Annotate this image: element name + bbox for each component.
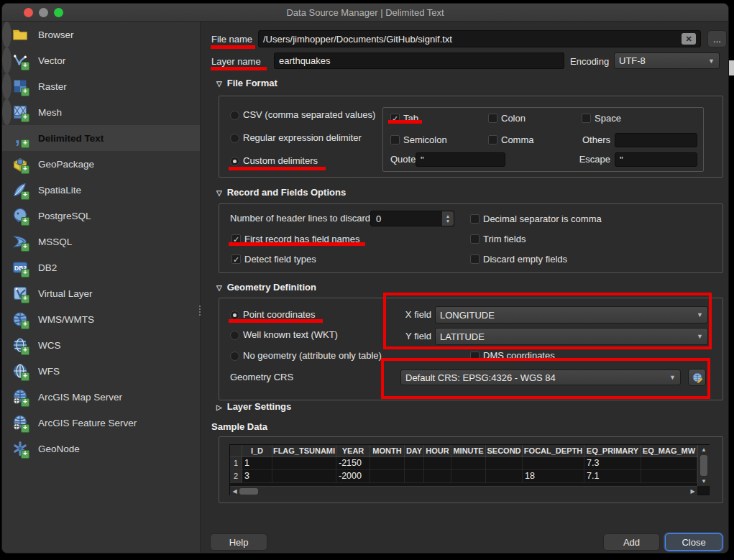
table-cell[interactable]: 7.1 — [584, 470, 641, 483]
table-cell[interactable] — [272, 470, 336, 483]
chevron-down-icon: ▼ — [708, 58, 715, 65]
header-lines-spinbox[interactable]: 0 ▲▼ — [370, 211, 454, 226]
table-column-header[interactable]: SECOND — [486, 445, 523, 457]
table-cell[interactable]: -2150 — [336, 457, 370, 470]
sidebar-item-spatialite[interactable]: SpatiaLite — [2, 177, 200, 203]
wkt-radio[interactable] — [230, 331, 239, 340]
table-cell[interactable] — [405, 470, 424, 483]
table-column-header[interactable]: DAY — [405, 445, 424, 457]
table-cell[interactable]: 18 — [523, 470, 584, 483]
table-cell[interactable] — [424, 457, 451, 470]
postgresql-icon — [12, 207, 29, 224]
sidebar-item-geopackage[interactable]: GeoPackage — [2, 151, 200, 177]
regex-delimiter-radio[interactable] — [230, 134, 239, 143]
table-cell[interactable] — [405, 457, 424, 470]
sidebar-item-browser[interactable]: Browser — [2, 22, 12, 47]
table-vertical-scrollbar[interactable]: ▲ ▼ — [697, 445, 710, 486]
minimize-window-button[interactable] — [39, 8, 48, 17]
sidebar-item-wfs[interactable]: WFS — [2, 358, 200, 384]
discard-empty-fields-checkbox[interactable] — [470, 254, 480, 264]
sidebar-item-mssql[interactable]: MSSQL — [2, 229, 200, 254]
table-cell[interactable] — [424, 470, 451, 483]
sidebar-item-wms-wmts[interactable]: WMS/WMTS — [2, 306, 200, 332]
sidebar-item-postgresql[interactable]: PostgreSQL — [2, 203, 200, 229]
scroll-up-icon[interactable]: ▲ — [698, 445, 710, 454]
table-row[interactable]: 11-21507.3 — [230, 457, 697, 470]
table-column-header[interactable]: EQ_MAG_MW — [641, 445, 697, 457]
space-checkbox[interactable] — [582, 114, 591, 123]
scroll-down-icon[interactable]: ▼ — [698, 477, 710, 486]
browse-file-button[interactable]: ... — [707, 30, 727, 47]
table-cell[interactable] — [486, 470, 523, 483]
close-window-button[interactable] — [24, 8, 33, 17]
wcs-globe-icon — [12, 336, 29, 354]
csv-radio[interactable] — [230, 111, 239, 120]
custom-delimiters-radio[interactable] — [230, 157, 239, 166]
record-fields-header[interactable]: ▽Record and Fields Options — [216, 187, 346, 198]
table-column-header[interactable]: I_D — [242, 445, 272, 457]
sidebar-item-vector[interactable]: Vector — [2, 47, 12, 73]
escape-input[interactable]: " — [615, 152, 697, 167]
trim-fields-checkbox[interactable] — [470, 234, 480, 244]
table-cell[interactable] — [641, 470, 697, 483]
sidebar-item-arcgis-feature-server[interactable]: ArcGIS Feature Server — [2, 410, 200, 436]
table-column-header[interactable]: FOCAL_DEPTH — [523, 445, 584, 457]
file-name-input[interactable]: /Users/jimhopper/Documents/GitHub/signif… — [258, 30, 701, 47]
annotation-underline-custom-delimiters — [229, 167, 326, 170]
table-cell[interactable] — [451, 457, 486, 470]
row-number-cell[interactable]: 1 — [230, 457, 242, 470]
colon-checkbox[interactable] — [488, 114, 497, 123]
help-button[interactable]: Help — [210, 533, 267, 551]
table-cell[interactable] — [451, 470, 486, 483]
table-row[interactable]: 23-2000187.1 — [230, 470, 697, 483]
table-cell[interactable] — [370, 457, 405, 470]
table-cell[interactable] — [641, 457, 697, 470]
table-cell[interactable]: -2000 — [336, 470, 370, 483]
row-number-cell[interactable]: 2 — [230, 470, 242, 483]
table-horizontal-scrollbar[interactable]: ◀ ▶ — [230, 486, 697, 495]
table-column-header[interactable]: MINUTE — [451, 445, 486, 457]
quote-input[interactable]: " — [416, 152, 505, 167]
sidebar-item-virtual-layer[interactable]: Virtual Layer — [2, 280, 200, 306]
encoding-select[interactable]: UTF-8▼ — [614, 52, 720, 69]
sidebar-item-db2[interactable]: DB2 DB2 — [2, 254, 200, 280]
table-cell[interactable]: 3 — [242, 470, 272, 483]
sidebar-item-wcs[interactable]: WCS — [2, 332, 200, 358]
zoom-window-button[interactable] — [54, 8, 63, 17]
close-button[interactable]: Close — [665, 533, 722, 551]
table-cell[interactable]: 1 — [242, 457, 272, 470]
decimal-separator-checkbox[interactable] — [470, 214, 480, 224]
layer-name-input[interactable]: earthquakes — [274, 52, 564, 69]
annotation-underline-tab — [388, 120, 422, 124]
comma-checkbox[interactable] — [488, 135, 497, 144]
table-column-header[interactable]: HOUR — [424, 445, 451, 457]
scroll-right-icon[interactable]: ▶ — [688, 488, 697, 495]
table-column-header[interactable]: FLAG_TSUNAMI — [272, 445, 336, 457]
clear-file-name-icon[interactable]: ✕ — [682, 33, 696, 45]
file-format-header[interactable]: ▽File Format — [216, 78, 277, 89]
table-column-header[interactable]: MONTH — [370, 445, 405, 457]
no-geometry-radio[interactable] — [230, 352, 239, 361]
table-column-header[interactable]: YEAR — [336, 445, 370, 457]
others-input[interactable] — [615, 133, 697, 147]
delimited-text-panel: File name /Users/jimhopper/Documents/Git… — [201, 22, 728, 554]
add-button[interactable]: Add — [603, 533, 660, 551]
sidebar-item-delimited-text[interactable]: , Delimited Text — [2, 125, 200, 151]
sample-data-groupbox: I_DFLAG_TSUNAMIYEARMONTHDAYHOURMINUTESEC… — [219, 436, 723, 503]
table-cell[interactable] — [370, 470, 405, 483]
semicolon-checkbox[interactable] — [390, 135, 400, 144]
spinner-arrows-icon[interactable]: ▲▼ — [441, 211, 454, 226]
sidebar-item-arcgis-map-server[interactable]: ArcGIS Map Server — [2, 384, 200, 410]
sidebar-item-mesh[interactable]: Mesh — [2, 99, 12, 125]
table-cell[interactable] — [272, 457, 336, 470]
table-cell[interactable] — [523, 457, 584, 470]
sidebar-item-geonode[interactable]: GeoNode — [2, 436, 200, 462]
table-cell[interactable] — [486, 457, 523, 470]
detect-field-types-checkbox[interactable]: ✓ — [231, 254, 241, 264]
table-cell[interactable]: 7.3 — [584, 457, 641, 470]
scroll-left-icon[interactable]: ◀ — [230, 488, 239, 495]
layer-settings-header[interactable]: ▷Layer Settings — [216, 401, 291, 413]
table-column-header[interactable]: EQ_PRIMARY — [584, 445, 641, 457]
sidebar-item-raster[interactable]: Raster — [2, 73, 12, 99]
geometry-definition-header[interactable]: ▽Geometry Definition — [216, 282, 316, 293]
